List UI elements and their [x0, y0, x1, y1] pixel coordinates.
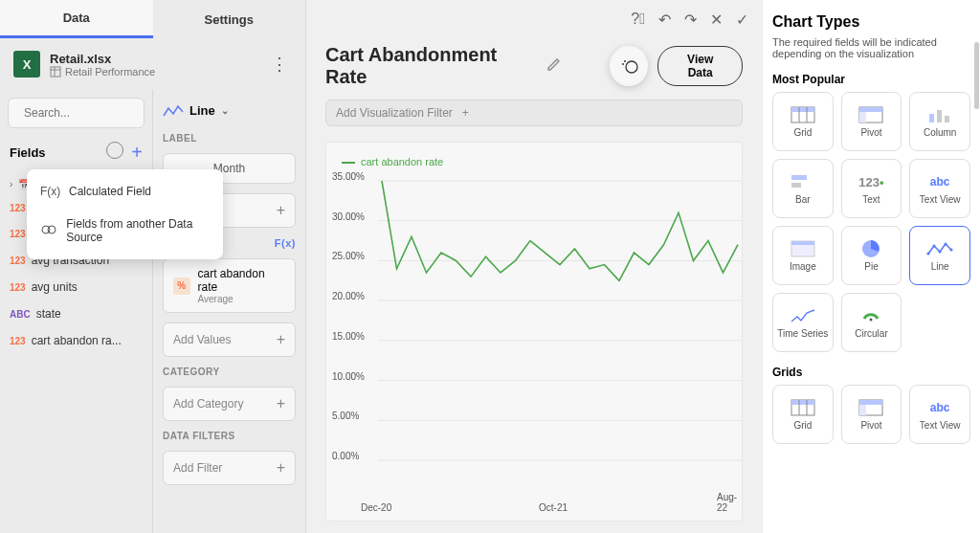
topbar: ?⃝ ↶ ↷ ✕ ✓ — [306, 0, 762, 38]
visualization-panel: ?⃝ ↶ ↷ ✕ ✓ Cart Abandonment Rate View Da… — [306, 0, 762, 533]
plus-icon: + — [277, 459, 285, 477]
fields-heading: Fields — [10, 145, 46, 160]
type-textview[interactable]: abcText View — [909, 159, 970, 218]
add-category-chip[interactable]: Add Category+ — [163, 387, 296, 421]
svg-rect-31 — [791, 241, 814, 245]
config-column: Line ⌄ LABEL Month + VALUESF(x) % cart a… — [153, 90, 305, 533]
percent-icon: % — [173, 278, 190, 295]
confirm-icon[interactable]: ✓ — [736, 11, 748, 29]
plus-icon: + — [277, 331, 285, 348]
fx-icon: F(x) — [40, 185, 59, 198]
line-icon — [163, 104, 184, 118]
tab-data[interactable]: Data — [0, 0, 153, 38]
left-panel: Data Settings X Retail.xlsx Retail Perfo… — [0, 0, 306, 533]
type-textview-2[interactable]: abcText View — [909, 385, 970, 444]
link-icon — [40, 224, 56, 238]
type-circular[interactable]: Circular — [841, 293, 902, 352]
svg-rect-28 — [791, 175, 807, 180]
field-row[interactable]: ABCstate — [6, 301, 146, 326]
svg-rect-45 — [859, 405, 866, 415]
svg-point-37 — [950, 248, 953, 251]
undo-icon[interactable]: ↶ — [658, 11, 671, 29]
type-pie[interactable]: Pie — [841, 226, 902, 285]
svg-rect-19 — [791, 107, 814, 112]
label-section: LABEL — [163, 133, 296, 144]
field-row[interactable]: 123cart abandon ra... — [6, 328, 146, 353]
chart-types-title: Chart Types — [772, 13, 970, 31]
svg-rect-24 — [859, 112, 866, 122]
add-viz-filter-chip[interactable]: Add Visualization Filter + — [325, 100, 743, 126]
viz-title: Cart Abandonment Rate — [325, 44, 537, 88]
type-grid-2[interactable]: Grid — [772, 385, 834, 444]
svg-point-33 — [927, 252, 930, 255]
svg-point-6 — [48, 226, 56, 233]
type-pivot-2[interactable]: Pivot — [841, 385, 902, 444]
datasource-row: X Retail.xlsx Retail Performance ⋮ — [0, 38, 305, 90]
svg-rect-44 — [859, 400, 882, 405]
close-icon[interactable]: ✕ — [710, 11, 723, 29]
category-section: CATEGORY — [163, 366, 296, 377]
svg-point-34 — [933, 244, 936, 247]
add-field-popup: F(x) Calculated Field Fields from anothe… — [27, 169, 223, 259]
brain-icon[interactable] — [106, 142, 123, 159]
fx-button[interactable]: F(x) — [275, 237, 296, 249]
svg-rect-27 — [945, 116, 949, 122]
edit-title-icon[interactable] — [546, 56, 562, 76]
svg-rect-23 — [859, 107, 882, 112]
chart-type-fab[interactable] — [610, 46, 649, 86]
plus-icon: + — [462, 106, 469, 120]
view-data-button[interactable]: View Data — [657, 46, 743, 86]
tabs: Data Settings — [0, 0, 305, 38]
svg-point-38 — [870, 319, 873, 322]
chart-type-selector[interactable]: Line ⌄ — [163, 98, 296, 123]
type-timeseries[interactable]: Time Series — [772, 293, 834, 352]
excel-icon: X — [13, 51, 40, 78]
datasource-name: Retail.xlsx — [50, 52, 257, 66]
datasource-subtitle: Retail Performance — [50, 66, 257, 78]
popup-fields-other-source[interactable]: Fields from another Data Source — [27, 208, 223, 254]
svg-point-7 — [626, 61, 637, 73]
tab-settings[interactable]: Settings — [153, 0, 306, 38]
value-chip[interactable]: % cart abandon rate Average — [163, 258, 296, 313]
shape-icon — [618, 56, 639, 77]
most-popular-heading: Most Popular — [772, 73, 970, 86]
chevron-down-icon: ⌄ — [221, 105, 229, 116]
line-chart — [378, 177, 742, 474]
svg-rect-26 — [937, 110, 942, 122]
svg-point-36 — [945, 242, 947, 245]
svg-point-9 — [622, 63, 624, 65]
add-filter-chip[interactable]: Add Filter+ — [163, 451, 296, 485]
plus-icon: + — [277, 202, 285, 219]
type-text[interactable]: 123•Text — [841, 159, 902, 218]
fields-column: Fields + F(x) Calculated Field — [0, 90, 153, 533]
type-image[interactable]: Image — [772, 226, 834, 285]
help-icon[interactable]: ?⃝ — [631, 11, 645, 28]
field-row[interactable]: 123avg units — [6, 275, 146, 300]
legend-item: cart abandon rate — [326, 152, 738, 171]
svg-rect-40 — [791, 400, 814, 405]
add-field-button[interactable]: + — [131, 142, 143, 164]
search-box[interactable] — [8, 98, 145, 128]
svg-rect-0 — [51, 67, 60, 77]
svg-rect-25 — [929, 114, 934, 122]
popup-calculated-field[interactable]: F(x) Calculated Field — [27, 175, 223, 208]
datasource-menu-icon[interactable]: ⋮ — [267, 50, 292, 78]
svg-point-35 — [939, 250, 942, 253]
plus-icon: + — [277, 395, 285, 412]
add-values-chip[interactable]: Add Values+ — [163, 322, 296, 357]
type-bar[interactable]: Bar — [772, 159, 834, 218]
chart-types-panel: Chart Types The required fields will be … — [762, 0, 980, 533]
type-grid[interactable]: Grid — [772, 92, 834, 151]
type-line[interactable]: Line — [909, 226, 970, 285]
type-column[interactable]: Column — [909, 92, 970, 151]
chart-types-desc: The required fields will be indicated de… — [772, 36, 970, 59]
svg-point-8 — [624, 60, 626, 62]
chart-area: cart abandon rate 35.00%30.00%25.00%20.0… — [325, 142, 743, 522]
scrollbar[interactable] — [974, 42, 979, 109]
filters-section: DATA FILTERS — [163, 431, 296, 441]
svg-rect-29 — [791, 183, 801, 188]
type-pivot[interactable]: Pivot — [841, 92, 902, 151]
search-input[interactable] — [24, 106, 167, 120]
table-icon — [50, 66, 61, 78]
redo-icon[interactable]: ↷ — [684, 11, 697, 29]
